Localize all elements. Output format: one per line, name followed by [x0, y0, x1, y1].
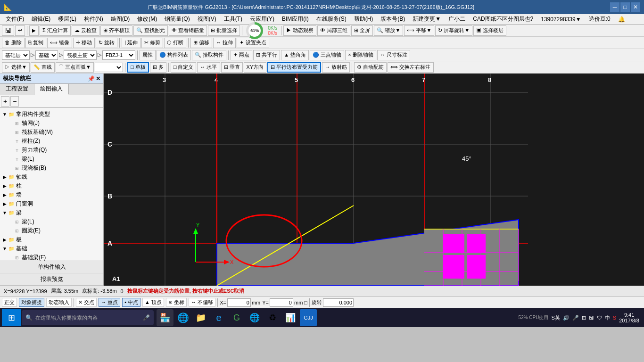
menu-item----v-[interactable]: 视图(V): [194, 14, 220, 24]
taskbar-app-chart[interactable]: 📊: [282, 309, 299, 326]
undo-btn[interactable]: ↩: [15, 25, 25, 36]
start-button[interactable]: ⊞: [2, 309, 21, 326]
menu-item----t-[interactable]: 工具(T): [220, 14, 246, 24]
tree-item-door-window[interactable]: ▶ 📁 门窗洞: [2, 199, 101, 208]
intersection-snap[interactable]: ✕ 交点: [76, 298, 97, 307]
maximize-button[interactable]: □: [620, 2, 630, 12]
menu-item-13907298339-[interactable]: 13907298339▼: [537, 15, 585, 24]
grip-btn[interactable]: ✦ 设置夹点: [237, 38, 269, 48]
dynamic-input-toggle[interactable]: 动态输入: [46, 298, 72, 307]
taskbar-search[interactable]: 🔍 在这里输入你要搜索的内容 🎤: [22, 310, 154, 325]
align-btn[interactable]: ⊞ 齐平板顶: [100, 25, 132, 36]
run-btn[interactable]: ▶: [29, 25, 39, 36]
taskbar-app-gjj[interactable]: GJJ: [300, 309, 317, 326]
menu-item----l-[interactable]: 楼层(L): [54, 14, 80, 24]
vertex-snap[interactable]: ▲ 顶点: [142, 298, 164, 307]
tree-item-raft[interactable]: ⊞ 筏板基础(M): [2, 128, 101, 137]
taskbar-app-globe[interactable]: 🌐: [246, 309, 263, 326]
tree-item-slab-folder[interactable]: ▶ 📁 板: [2, 235, 101, 244]
tree-item-beam-folder[interactable]: ▼ 📁 梁: [2, 208, 101, 217]
midpoint-snap[interactable]: • 中点: [122, 298, 140, 307]
slab-type-select[interactable]: 筏板主筋: [64, 50, 97, 60]
single-component-input-btn[interactable]: 单构件输入: [0, 261, 103, 273]
minimize-button[interactable]: ─: [610, 2, 619, 12]
panel-close-icon[interactable]: ✕: [96, 75, 100, 82]
tree-item-wall[interactable]: ▶ 📁 墙: [2, 190, 101, 199]
single-board-btn[interactable]: □ 单板: [127, 62, 149, 73]
tree-item-shear-wall[interactable]: T 剪力墙(Q): [2, 146, 101, 155]
taskbar-app-ie[interactable]: e: [210, 309, 227, 326]
menu-item------s-[interactable]: 在线服务(S): [313, 14, 350, 24]
endpoint-snap[interactable]: → 重点: [99, 298, 120, 307]
del-aux-btn[interactable]: × 删除辅轴: [345, 50, 376, 60]
tab-project-settings[interactable]: 工程设置: [0, 84, 34, 95]
minus-btn[interactable]: −: [10, 96, 19, 107]
volume-icon[interactable]: 🔊: [563, 315, 570, 321]
menu-item----d-[interactable]: 绘图(D): [107, 14, 134, 24]
menu-item------[interactable]: 新建变更▼: [409, 14, 445, 24]
menu-item-----b-[interactable]: 版本号(B): [377, 14, 409, 24]
stretch-btn[interactable]: ↔ 拉伸: [213, 38, 236, 48]
line-type-select[interactable]: [95, 63, 123, 72]
menu-item-----0[interactable]: 造价豆:0: [585, 14, 614, 24]
rotate-input[interactable]: [323, 298, 354, 307]
pick-component-btn[interactable]: 🔍 拾取构件: [192, 50, 226, 60]
custom-btn[interactable]: □ 自定义: [171, 62, 197, 73]
angle-btn[interactable]: ▲ 垫角角: [281, 50, 309, 60]
parallel-btn[interactable]: ⊞ 共平行: [253, 50, 280, 60]
offset-btn[interactable]: ⊞ 偏移: [190, 38, 212, 48]
pan-btn[interactable]: ⟺ 平移▼: [404, 25, 434, 36]
menu-item-cad---------[interactable]: CAD图纸不区分图层也?: [469, 14, 537, 24]
parallel-edge-btn[interactable]: ⊟ 平行边布置受力筋: [267, 62, 321, 73]
close-button[interactable]: ✕: [631, 2, 640, 12]
arc-btn[interactable]: ⌒ 三点画弧▼: [56, 62, 94, 73]
dim-btn[interactable]: ↔ 尺寸标注: [377, 50, 410, 60]
xy-direction-btn[interactable]: XY方向: [244, 62, 267, 73]
rotate-screen-btn[interactable]: ↻ 屏幕旋转▼: [435, 25, 472, 36]
zoom-btn[interactable]: 🔍 缩放▼: [374, 25, 403, 36]
batch-select-btn[interactable]: ⊞ 批量选择: [208, 25, 240, 36]
two-point-btn[interactable]: ✦ 两点: [231, 50, 252, 60]
cloud-check-btn[interactable]: ☁ 云检查: [72, 25, 99, 36]
three-point-aux-btn[interactable]: 🔵 三点辅轴: [310, 50, 344, 60]
menu-item----h-[interactable]: 帮助(H): [350, 14, 377, 24]
orthogonal-toggle[interactable]: 正交: [2, 298, 17, 307]
tree-item-frame-col[interactable]: T 框柱(Z): [2, 137, 101, 146]
property-btn[interactable]: 属性: [140, 50, 156, 60]
coord-snap[interactable]: ⊕ 坐标: [166, 298, 187, 307]
copy-btn[interactable]: ⎘ 复制: [25, 38, 46, 48]
tree-item-cast-slab[interactable]: ⊞ 现浇板(B): [2, 164, 101, 173]
view-rebar-btn[interactable]: 👁 查看钢筋量: [169, 25, 207, 36]
tab-drawing-input[interactable]: 绘图输入: [34, 84, 69, 95]
tree-item-column[interactable]: ▶ 📁 柱: [2, 181, 101, 190]
x-input[interactable]: [227, 298, 251, 307]
add-btn[interactable]: +: [1, 96, 9, 107]
component-list-btn[interactable]: 🔵 构件列表: [157, 50, 191, 60]
auto-config-btn[interactable]: ⚙ 自动配筋: [354, 62, 387, 73]
move-btn[interactable]: ✛ 移动: [73, 38, 95, 48]
tree-item-beam[interactable]: T 梁(L): [2, 155, 101, 164]
tree-item-axis[interactable]: ⊞ 轴网(J): [2, 119, 101, 128]
line-btn[interactable]: 📏 直线: [31, 62, 55, 73]
taskbar-app-green[interactable]: G: [228, 309, 245, 326]
horizontal-btn[interactable]: ↔ 水平: [197, 62, 220, 73]
menu-item-----q-[interactable]: 钢筋量(Q): [161, 14, 193, 24]
vertical-btn[interactable]: ⊟ 垂直: [221, 62, 243, 73]
menu-item----n-[interactable]: 构件(N): [80, 14, 107, 24]
taskbar-app-recycle[interactable]: ♻: [264, 309, 281, 326]
fullscreen-btn[interactable]: ⊞ 全屏: [351, 25, 373, 36]
tree-item-ring-beam[interactable]: ⊞ 圈梁(E): [2, 226, 101, 235]
dynamic-view-btn[interactable]: ▶ 动态观察: [283, 25, 316, 36]
taskbar-app-file[interactable]: 📁: [192, 309, 209, 326]
calc-btn[interactable]: Σ 汇总计算: [40, 25, 71, 36]
tree-item-foundation-beam[interactable]: ⊞ 基础梁(F): [2, 253, 101, 261]
local-3d-btn[interactable]: 👁 局部三维: [317, 25, 350, 36]
save-btn[interactable]: 🖫: [2, 25, 14, 36]
break-btn[interactable]: ⬡ 打断: [164, 38, 186, 48]
mirror-btn[interactable]: ⟺ 镜像: [47, 38, 72, 48]
floor-select[interactable]: 基础层: [2, 50, 30, 60]
snap-toggle[interactable]: 对象捕捉: [19, 298, 44, 307]
canvas-area[interactable]: D C B A 3 4 5 6 7 8 45° A1: [104, 74, 644, 286]
menu-item---[interactable]: 🔔: [614, 15, 629, 24]
taskbar-app-edge[interactable]: 🌐: [174, 309, 191, 326]
